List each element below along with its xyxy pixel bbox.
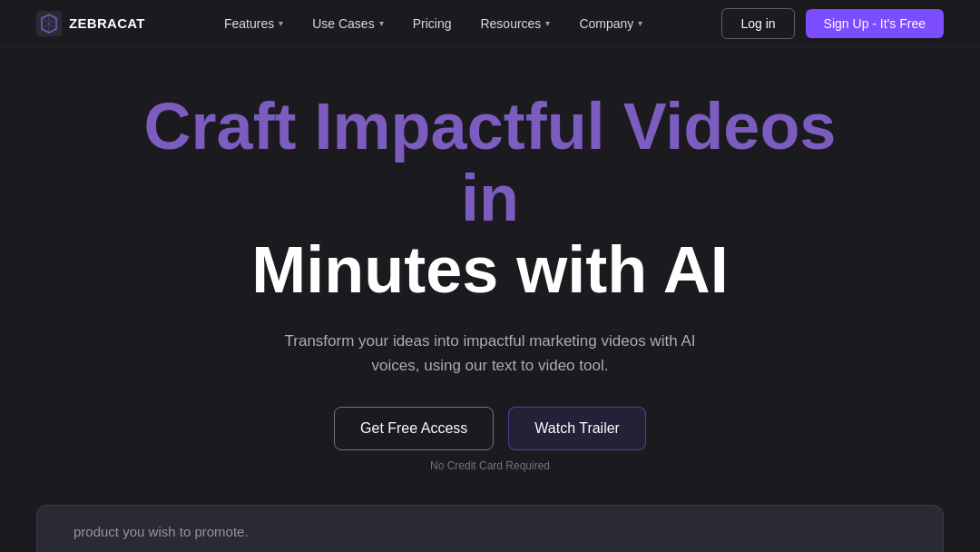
nav-pricing[interactable]: Pricing bbox=[413, 16, 452, 31]
navbar: ZEBRACAT Features ▾ Use Cases ▾ Pricing … bbox=[0, 0, 980, 47]
hero-cta-group: Get Free Access Watch Trailer bbox=[334, 407, 646, 450]
logo-text: ZEBRACAT bbox=[69, 15, 145, 31]
nav-features[interactable]: Features ▾ bbox=[224, 16, 283, 31]
nav-links: Features ▾ Use Cases ▾ Pricing Resources… bbox=[224, 16, 642, 31]
nav-actions: Log in Sign Up - It's Free bbox=[721, 8, 944, 39]
hero-title-line2: Minutes with AI bbox=[251, 233, 728, 306]
nav-company[interactable]: Company ▾ bbox=[579, 16, 642, 31]
company-chevron-icon: ▾ bbox=[638, 18, 642, 28]
nav-resources[interactable]: Resources ▾ bbox=[480, 16, 550, 31]
features-chevron-icon: ▾ bbox=[279, 18, 283, 28]
nav-company-label: Company bbox=[579, 16, 633, 31]
login-button[interactable]: Log in bbox=[721, 8, 794, 39]
get-free-access-button[interactable]: Get Free Access bbox=[334, 407, 494, 450]
nav-use-cases[interactable]: Use Cases ▾ bbox=[312, 16, 383, 31]
hero-title: Craft Impactful Videos in Minutes with A… bbox=[127, 91, 853, 307]
no-credit-label: No Credit Card Required bbox=[430, 459, 550, 472]
watch-trailer-button[interactable]: Watch Trailer bbox=[508, 407, 646, 450]
use-cases-chevron-icon: ▾ bbox=[379, 18, 384, 28]
nav-resources-label: Resources bbox=[480, 16, 541, 31]
hero-section: Craft Impactful Videos in Minutes with A… bbox=[0, 47, 980, 490]
product-preview: product you wish to promote. Video type … bbox=[36, 505, 944, 552]
resources-chevron-icon: ▾ bbox=[545, 18, 550, 28]
hero-title-line1: Craft Impactful Videos in bbox=[144, 90, 837, 234]
logo-icon bbox=[36, 11, 62, 36]
preview-prompt-prefix: product you wish to promote. bbox=[74, 524, 906, 539]
nav-features-label: Features bbox=[224, 16, 274, 31]
logo[interactable]: ZEBRACAT bbox=[36, 11, 145, 36]
signup-button[interactable]: Sign Up - It's Free bbox=[806, 9, 944, 38]
nav-use-cases-label: Use Cases bbox=[312, 16, 374, 31]
nav-pricing-label: Pricing bbox=[413, 16, 452, 31]
hero-subtitle: Transform your ideas into impactful mark… bbox=[263, 329, 717, 378]
